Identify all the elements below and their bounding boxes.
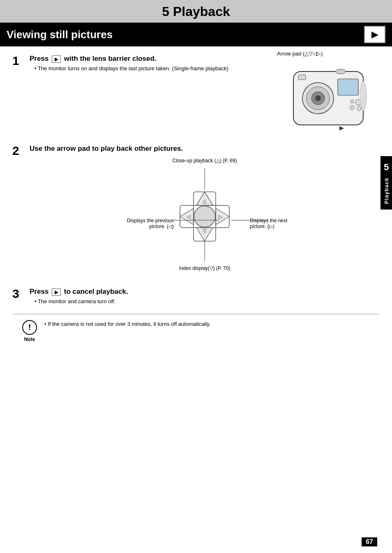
- note-icon-container: ! Note: [21, 320, 39, 342]
- chapter-title-bar: 5 Playback: [0, 0, 392, 23]
- svg-point-13: [360, 82, 367, 111]
- arrowpad-svg-container: △ ▽ ◁ ▷: [178, 190, 231, 243]
- connector-bottom: [204, 240, 205, 261]
- step-1-row: Press ▶ with the lens barrier closed. • …: [30, 55, 380, 137]
- svg-rect-5: [338, 79, 358, 95]
- step-1-button-icon: ▶: [52, 55, 61, 63]
- svg-rect-10: [298, 75, 306, 80]
- step-1-content: Press ▶ with the lens barrier closed. • …: [30, 55, 380, 137]
- step-1-title-suffix: with the lens barrier closed.: [64, 55, 157, 62]
- connector-right: [231, 220, 268, 221]
- main-content: 1 Press ▶ with the lens barrier closed. …: [0, 46, 392, 356]
- step-2-title: Use the arrow pad to play back other pic…: [30, 145, 380, 153]
- svg-point-7: [350, 106, 354, 110]
- section-title: Viewing still pictures: [7, 28, 113, 41]
- note-text: • If the camera is not used for over 3 m…: [44, 320, 210, 329]
- tab-text: Playback: [383, 177, 390, 204]
- arrow-diagram-container: Close-up playback (△) (P. 69) Displays t…: [135, 157, 274, 272]
- step-3-title: Press ▶ to cancel playback.: [30, 288, 380, 296]
- note-exclamation: !: [22, 320, 37, 335]
- step-3-title-suffix: to cancel playback.: [64, 288, 128, 295]
- connector-left: [174, 220, 219, 221]
- step-1-left: Press ▶ with the lens barrier closed. • …: [30, 55, 273, 73]
- section-header: Viewing still pictures ▶: [0, 23, 392, 46]
- step-1-title: Press ▶ with the lens barrier closed.: [30, 55, 273, 63]
- step-1: 1 Press ▶ with the lens barrier closed. …: [12, 55, 380, 137]
- note-label: Note: [24, 336, 35, 342]
- step-3-number: 3: [12, 288, 27, 300]
- chapter-title: 5 Playback: [0, 4, 392, 19]
- chapter-tab: 5 Playback: [380, 156, 392, 210]
- step-2-content: Use the arrow pad to play back other pic…: [30, 145, 380, 280]
- connector-top: [204, 168, 205, 190]
- svg-text:▽: ▽: [203, 228, 207, 234]
- svg-text:◁: ◁: [187, 214, 191, 220]
- step-3-content: Press ▶ to cancel playback. • The monito…: [30, 288, 380, 306]
- svg-point-9: [350, 100, 354, 103]
- note-box: ! Note • If the camera is not used for o…: [12, 314, 380, 348]
- label-close-up: Close-up playback (△) (P. 69): [173, 158, 237, 164]
- svg-point-4: [315, 95, 321, 101]
- label-index-display: Index display(▽) (P. 70): [179, 265, 231, 271]
- step-1-number: 1: [12, 55, 27, 67]
- step-3-title-prefix: Press: [30, 288, 48, 295]
- arrowpad-svg: △ ▽ ◁ ▷: [178, 190, 231, 243]
- tab-number: 5: [384, 162, 389, 173]
- step-3: 3 Press ▶ to cancel playback. • The moni…: [12, 288, 380, 306]
- arrow-pad-label: Arrow pad (△▽◁▷): [277, 51, 380, 57]
- svg-text:▷: ▷: [219, 214, 223, 220]
- step-1-bullet: • The monitor turns on and displays the …: [35, 65, 273, 73]
- arrow-pad-diagram: Close-up playback (△) (P. 69) Displays t…: [30, 157, 380, 272]
- page-number: 67: [362, 537, 377, 546]
- svg-point-8: [357, 106, 361, 111]
- camera-illustration: ▶: [277, 59, 376, 137]
- camera-svg: ▶: [277, 59, 376, 139]
- step-3-bullet: • The monitor and camera turn off.: [35, 297, 380, 306]
- svg-point-11: [336, 69, 346, 74]
- playback-button-icon: ▶: [364, 26, 385, 43]
- svg-text:△: △: [203, 198, 207, 204]
- svg-point-19: [194, 206, 215, 227]
- step-2: 2 Use the arrow pad to play back other p…: [12, 145, 380, 280]
- step-1-title-prefix: Press: [30, 55, 48, 62]
- svg-text:▶: ▶: [339, 125, 344, 131]
- step-3-button-icon: ▶: [52, 288, 61, 296]
- step-2-number: 2: [12, 145, 27, 157]
- label-prev-picture: Displays the previous picture. (◁): [102, 218, 174, 229]
- step-1-diagram: Arrow pad (△▽◁▷): [273, 51, 380, 137]
